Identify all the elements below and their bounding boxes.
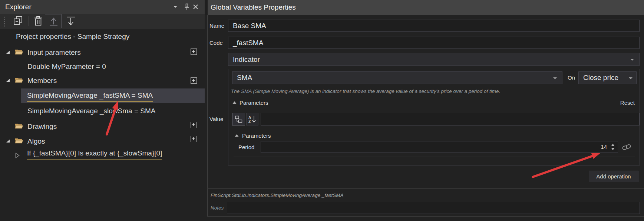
tree-item-label: SimpleMovingAverage _fastSMA = SMA	[27, 91, 153, 102]
folder-icon	[15, 137, 23, 144]
tree-item-myparameter[interactable]: Double MyParameter = 0	[0, 59, 205, 73]
pin-icon[interactable]	[184, 3, 189, 11]
collapse-icon[interactable]	[232, 101, 237, 104]
on-label: On	[568, 71, 575, 84]
type-value: Indicator	[233, 53, 260, 66]
footer-separator	[207, 188, 644, 189]
collapse-icon[interactable]	[235, 134, 239, 137]
duplicate-icon[interactable]	[13, 16, 24, 27]
properties-header: Global Variables Properties	[208, 0, 644, 15]
chevron-down-icon	[629, 77, 633, 79]
sort-alphabetical-button[interactable]: A Z	[246, 113, 258, 125]
properties-panel: Global Variables Properties Name Base SM…	[208, 0, 644, 221]
indicator-combobox[interactable]: SMA	[232, 71, 562, 84]
parameters2-header[interactable]: Parameters	[242, 133, 271, 139]
member-path: FinScript.StdLib.Indicators.SimpleMoving…	[211, 192, 343, 199]
chevron-down-icon	[553, 77, 557, 79]
code-input[interactable]: _fastSMA	[228, 37, 640, 49]
toolbar-grip[interactable]	[3, 16, 5, 27]
period-value: 14	[601, 141, 607, 153]
panel-bottom-border	[207, 216, 644, 217]
tree-folder-drawings[interactable]: Drawings	[0, 119, 205, 133]
tree-folder-input-parameters[interactable]: Input parameters	[0, 45, 205, 59]
notes-label: Notes	[211, 205, 224, 211]
toolbar-separator	[29, 16, 29, 26]
groupbox-separator	[234, 157, 635, 157]
explorer-toolbar	[0, 14, 205, 29]
add-button-members[interactable]	[191, 77, 197, 84]
period-label: Period	[238, 144, 254, 151]
name-input[interactable]: Base SMA	[228, 20, 640, 32]
move-to-bottom-icon[interactable]	[66, 16, 76, 26]
expanded-arrow-icon[interactable]	[6, 139, 10, 143]
tree-root-row[interactable]: Project properties - Sample Strategy	[0, 29, 205, 43]
tree-folder-members[interactable]: Members	[0, 73, 205, 87]
expanded-arrow-icon[interactable]	[6, 78, 10, 82]
value-field[interactable]	[261, 113, 640, 125]
explorer-titlebar: Explorer	[0, 0, 205, 14]
close-icon[interactable]	[193, 4, 198, 10]
period-input[interactable]: 14	[261, 141, 618, 153]
notes-input[interactable]	[227, 202, 640, 214]
tree-item-label: SimpleMovingAverage _slowSma = SMA	[27, 107, 156, 115]
code-value: _fastSMA	[233, 37, 263, 48]
name-label: Name	[209, 20, 224, 32]
folder-icon	[15, 77, 23, 83]
move-to-top-button[interactable]	[45, 14, 62, 28]
svg-text:A: A	[248, 115, 251, 120]
add-button-input-parameters[interactable]	[191, 48, 197, 55]
window-menu-icon[interactable]	[174, 6, 177, 8]
tree-folder-label: Algos	[27, 137, 45, 146]
parameters-header[interactable]: Parameters	[240, 100, 268, 106]
explorer-title: Explorer	[5, 0, 32, 14]
tree-item-slowsma[interactable]: SimpleMovingAverage _slowSma = SMA	[0, 103, 205, 117]
spinner-up-button[interactable]	[610, 143, 616, 147]
tree-item-fastsma-selected[interactable]: SimpleMovingAverage _fastSMA = SMA	[21, 88, 205, 103]
tree-root-label: Project properties - Sample Strategy	[16, 32, 129, 41]
add-button-drawings[interactable]	[191, 122, 197, 128]
tree-folder-algos[interactable]: Algos	[0, 134, 205, 148]
tree-item-label: Double MyParameter = 0	[27, 62, 106, 71]
folder-icon	[15, 48, 23, 55]
indicator-description: The SMA (Simple Moving Average) is an in…	[231, 88, 500, 94]
on-value: Close price	[583, 72, 618, 84]
collapsed-arrow-icon[interactable]	[15, 153, 20, 158]
add-operation-label: Add operation	[589, 171, 638, 182]
tree-item-label: If {_fastSMA}[0] Is exactly at {_slowSma…	[27, 149, 162, 160]
panel-divider	[205, 0, 208, 15]
svg-text:Z: Z	[248, 120, 251, 124]
name-value: Base SMA	[233, 20, 266, 31]
add-operation-button[interactable]: Add operation	[589, 171, 638, 182]
tree-folder-label: Members	[27, 76, 57, 85]
app: Explorer	[0, 0, 644, 221]
categorized-button[interactable]	[232, 113, 245, 125]
type-combobox[interactable]: Indicator	[228, 53, 640, 66]
tree-item-if-condition[interactable]: If {_fastSMA}[0] Is exactly at {_slowSma…	[0, 148, 205, 162]
tree-folder-label: Drawings	[27, 122, 57, 131]
folder-icon	[15, 123, 23, 129]
tree-folder-label: Input parameters	[27, 48, 81, 57]
reset-button[interactable]: Reset	[620, 100, 635, 106]
properties-title: Global Variables Properties	[211, 0, 296, 15]
spinner-down-button[interactable]	[610, 147, 616, 151]
value-label: Value	[209, 113, 223, 125]
code-label: Code	[209, 37, 223, 49]
link-icon[interactable]	[622, 143, 631, 151]
explorer-panel: Explorer	[0, 0, 205, 221]
add-button-algos[interactable]	[191, 136, 197, 142]
on-combobox[interactable]: Close price	[578, 71, 637, 84]
indicator-value: SMA	[237, 72, 252, 84]
expanded-arrow-icon[interactable]	[6, 50, 10, 54]
delete-icon[interactable]	[33, 16, 43, 27]
chevron-down-icon	[630, 59, 634, 61]
